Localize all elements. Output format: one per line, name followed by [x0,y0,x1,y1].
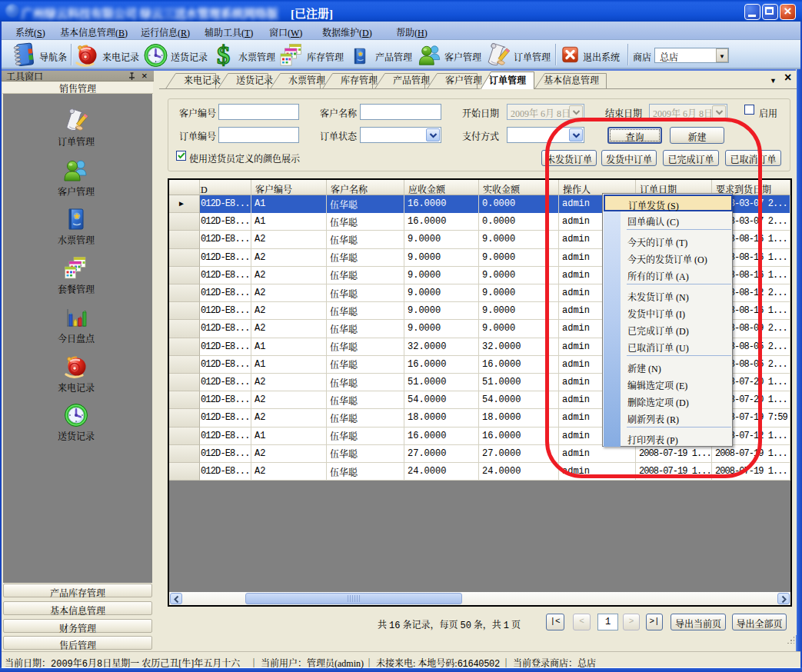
svg-text:产品管理: 产品管理 [393,73,430,86]
svg-text:客户管理: 客户管理 [445,73,482,86]
svg-text:水票管理: 水票管理 [288,73,325,86]
svg-text:库存管理: 库存管理 [341,73,378,86]
svg-text:订单管理: 订单管理 [489,73,527,86]
svg-text:送货记录: 送货记录 [236,73,273,86]
svg-text:来电记录: 来电记录 [184,73,221,86]
svg-text:基本信息管理: 基本信息管理 [544,73,599,86]
svg-text:$: $ [217,42,230,69]
